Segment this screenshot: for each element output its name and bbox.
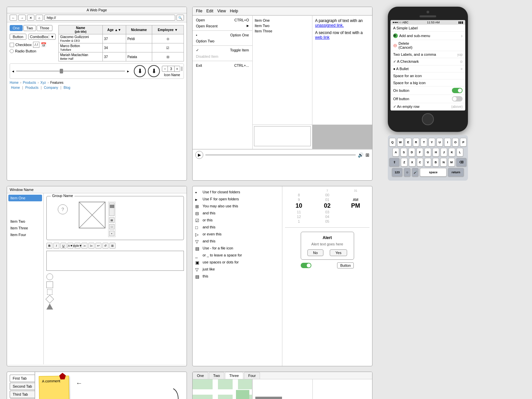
forward-button[interactable]: → [18, 15, 26, 21]
close-button[interactable]: ✕ [27, 15, 34, 21]
phone-item-checkmark[interactable]: ✓ A Checkmark ⊙ [390, 58, 465, 65]
menu-open-recent[interactable]: Open Recent [193, 23, 252, 29]
tab-two[interactable]: Two [23, 25, 36, 31]
key-l[interactable]: L [457, 148, 463, 157]
phone-item-add[interactable]: ⊕ Add and sub-menu [390, 32, 465, 40]
menu-option-two[interactable]: Option Two [193, 38, 252, 44]
tab-first[interactable]: First Tab [10, 375, 35, 382]
toggle-on-control[interactable] [452, 88, 463, 93]
toolbar-icon-2[interactable]: □ [109, 224, 114, 229]
key-m[interactable]: M [448, 158, 455, 167]
style-button[interactable]: style▼ [74, 243, 80, 249]
volume-icon[interactable]: 🔊 [358, 152, 363, 158]
toolbar-icon-1[interactable]: ▤ [109, 217, 114, 223]
menu-view[interactable]: View [217, 9, 226, 13]
key-return[interactable]: return [448, 168, 464, 177]
alert-no-button[interactable]: No [307, 249, 323, 256]
undo-button[interactable]: ↩ [95, 243, 101, 249]
key-i[interactable]: I [444, 138, 451, 147]
download-icon[interactable]: ⬇ [134, 65, 146, 77]
menu-help[interactable]: Help [230, 9, 238, 13]
search-button[interactable]: 🔍 [177, 15, 184, 21]
italic-button[interactable]: I [53, 243, 59, 249]
key-x[interactable]: X [409, 158, 416, 167]
video-track[interactable] [205, 154, 356, 156]
num-02-current[interactable]: 02 [313, 202, 341, 209]
stepper-control[interactable]: − 3 + [162, 66, 180, 72]
scroll-right-icon[interactable]: ► [126, 69, 130, 73]
key-k[interactable]: K [449, 148, 455, 157]
key-backspace[interactable]: ⌫ [456, 158, 467, 167]
phone-item-two-labels[interactable]: Two Labels, and a comma yup [390, 51, 465, 58]
scroll-thumb[interactable] [60, 69, 63, 73]
menu-file[interactable]: File [196, 9, 202, 13]
bold-button[interactable]: B [46, 243, 52, 249]
breadcrumb-products[interactable]: Products [23, 81, 36, 84]
key-z[interactable]: Z [401, 158, 408, 167]
alert-yes-button[interactable]: Yes [330, 249, 347, 256]
key-t[interactable]: T [421, 138, 427, 147]
date-input[interactable]: / / [33, 42, 39, 48]
key-p[interactable]: P [460, 138, 467, 147]
tab-three[interactable]: Three [37, 25, 52, 31]
chart-tab-one[interactable]: One [193, 372, 208, 379]
key-numbers[interactable]: 123 [392, 168, 403, 177]
list-button[interactable]: := [81, 243, 87, 249]
key-o[interactable]: O [452, 138, 459, 147]
standalone-toggle-on[interactable] [301, 263, 311, 268]
key-q[interactable]: Q [389, 138, 396, 147]
url-input[interactable] [44, 15, 175, 21]
link-products[interactable]: Products [25, 86, 38, 89]
key-space[interactable]: space [420, 168, 447, 177]
num-10-current[interactable]: 10 [285, 202, 313, 209]
list-item-one[interactable]: Item One [255, 18, 310, 23]
combobox-control[interactable]: ComboBox ▼ [28, 34, 56, 40]
button-control[interactable]: Button [10, 34, 26, 40]
home-button[interactable]: ⌂ [36, 15, 43, 21]
key-y[interactable]: Y [429, 138, 435, 147]
download-icon-2[interactable]: ⬇ [148, 65, 160, 77]
fullscreen-icon[interactable]: ⊞ [365, 152, 369, 158]
breadcrumb-xyz[interactable]: Xyz [40, 81, 46, 84]
scroll-track[interactable] [16, 70, 125, 72]
vertical-slider[interactable] [109, 203, 114, 216]
checkbox-input[interactable] [10, 43, 14, 47]
col-age[interactable]: Age ▲▼ [102, 25, 126, 34]
stepper-plus[interactable]: + [175, 66, 180, 71]
num-pm-current[interactable]: PM [342, 202, 369, 209]
indent-button[interactable]: i= [88, 243, 94, 249]
link-company[interactable]: Company [44, 86, 58, 89]
key-d[interactable]: D [409, 148, 415, 157]
key-n[interactable]: N [440, 158, 447, 167]
key-g[interactable]: G [425, 148, 431, 157]
key-s[interactable]: S [401, 148, 407, 157]
slider-handle[interactable] [110, 205, 114, 208]
key-mic[interactable]: 🎤 [412, 168, 419, 177]
key-e[interactable]: E [405, 138, 412, 147]
key-w[interactable]: W [397, 138, 404, 147]
link-home[interactable]: Home [11, 86, 20, 89]
standalone-button[interactable]: Button [337, 262, 354, 268]
stepper-minus[interactable]: − [162, 66, 168, 71]
list-item-two[interactable]: Item Two [255, 23, 310, 28]
chart-tab-three[interactable]: Three [225, 372, 243, 379]
image-button[interactable]: ⊞ [109, 243, 115, 249]
key-shift[interactable]: ⇧ [389, 158, 400, 167]
radio-input[interactable] [10, 49, 14, 53]
list-item-one[interactable]: Item One [8, 195, 42, 201]
key-r[interactable]: R [413, 138, 420, 147]
scroll-left-icon[interactable]: ◄ [11, 69, 15, 73]
key-j[interactable]: J [441, 148, 447, 157]
key-u[interactable]: U [437, 138, 443, 147]
text-editor-area[interactable] [46, 251, 184, 271]
underline-button[interactable]: U [60, 243, 66, 249]
list-item-three[interactable]: Item Three [255, 28, 310, 34]
redo-button[interactable]: ↺ [102, 243, 108, 249]
tab-third[interactable]: Third Tab [10, 391, 35, 398]
toggle-off-control[interactable] [452, 96, 463, 102]
tab-one[interactable]: One [10, 25, 23, 31]
menu-edit[interactable]: Edit [206, 9, 213, 13]
menu-exit[interactable]: Exit CTRL+... [193, 62, 252, 68]
chart-tab-two[interactable]: Two [209, 372, 224, 379]
key-b[interactable]: B [433, 158, 439, 167]
